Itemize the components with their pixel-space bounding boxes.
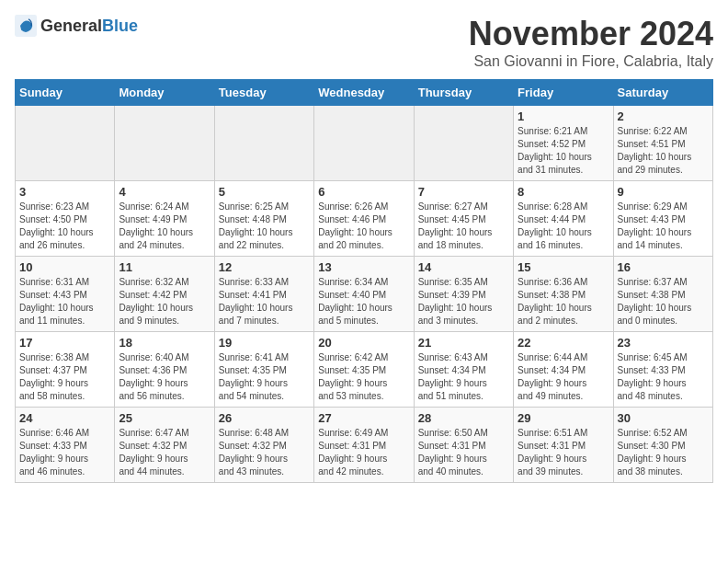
table-row: 23Sunrise: 6:45 AM Sunset: 4:33 PM Dayli…	[613, 332, 712, 408]
month-title: November 2024	[469, 15, 713, 53]
table-row: 17Sunrise: 6:38 AM Sunset: 4:37 PM Dayli…	[16, 332, 115, 408]
table-row: 20Sunrise: 6:42 AM Sunset: 4:35 PM Dayli…	[314, 332, 414, 408]
day-info: Sunrise: 6:21 AM Sunset: 4:52 PM Dayligh…	[518, 125, 609, 177]
day-number: 10	[19, 260, 110, 274]
table-row: 6Sunrise: 6:26 AM Sunset: 4:46 PM Daylig…	[314, 181, 414, 257]
table-row: 10Sunrise: 6:31 AM Sunset: 4:43 PM Dayli…	[16, 257, 115, 332]
day-info: Sunrise: 6:52 AM Sunset: 4:30 PM Dayligh…	[618, 427, 709, 478]
calendar-table: Sunday Monday Tuesday Wednesday Thursday…	[15, 79, 713, 483]
day-number: 27	[318, 411, 409, 425]
table-row	[414, 106, 513, 181]
header-saturday: Saturday	[613, 80, 712, 106]
table-row: 3Sunrise: 6:23 AM Sunset: 4:50 PM Daylig…	[16, 181, 115, 257]
day-number: 30	[618, 411, 709, 425]
header-sunday: Sunday	[16, 80, 115, 106]
day-info: Sunrise: 6:37 AM Sunset: 4:38 PM Dayligh…	[618, 276, 709, 327]
day-info: Sunrise: 6:28 AM Sunset: 4:44 PM Dayligh…	[518, 201, 609, 252]
table-row: 16Sunrise: 6:37 AM Sunset: 4:38 PM Dayli…	[613, 257, 712, 332]
day-info: Sunrise: 6:50 AM Sunset: 4:31 PM Dayligh…	[418, 427, 509, 478]
day-number: 2	[618, 109, 709, 123]
table-row: 22Sunrise: 6:44 AM Sunset: 4:34 PM Dayli…	[514, 332, 613, 408]
day-info: Sunrise: 6:33 AM Sunset: 4:41 PM Dayligh…	[219, 276, 310, 327]
day-info: Sunrise: 6:44 AM Sunset: 4:34 PM Dayligh…	[518, 351, 609, 403]
day-number: 23	[618, 336, 709, 350]
day-info: Sunrise: 6:29 AM Sunset: 4:43 PM Dayligh…	[618, 201, 709, 252]
table-row: 27Sunrise: 6:49 AM Sunset: 4:31 PM Dayli…	[314, 408, 414, 483]
day-number: 18	[119, 336, 210, 350]
day-info: Sunrise: 6:46 AM Sunset: 4:33 PM Dayligh…	[19, 427, 110, 478]
day-number: 25	[119, 411, 210, 425]
table-row	[16, 106, 115, 181]
day-info: Sunrise: 6:25 AM Sunset: 4:48 PM Dayligh…	[219, 201, 310, 252]
day-number: 11	[119, 260, 210, 274]
page-header: GeneralBlue November 2024 San Giovanni i…	[15, 15, 713, 70]
day-number: 21	[418, 336, 509, 350]
day-number: 12	[219, 260, 310, 274]
table-row: 30Sunrise: 6:52 AM Sunset: 4:30 PM Dayli…	[613, 408, 712, 483]
day-info: Sunrise: 6:40 AM Sunset: 4:36 PM Dayligh…	[119, 351, 210, 403]
table-row: 9Sunrise: 6:29 AM Sunset: 4:43 PM Daylig…	[613, 181, 712, 257]
header-wednesday: Wednesday	[314, 80, 414, 106]
table-row: 11Sunrise: 6:32 AM Sunset: 4:42 PM Dayli…	[115, 257, 214, 332]
day-number: 5	[219, 185, 310, 199]
day-info: Sunrise: 6:31 AM Sunset: 4:43 PM Dayligh…	[19, 276, 110, 327]
table-row: 29Sunrise: 6:51 AM Sunset: 4:31 PM Dayli…	[514, 408, 613, 483]
day-info: Sunrise: 6:42 AM Sunset: 4:35 PM Dayligh…	[318, 351, 409, 403]
calendar-header-row: Sunday Monday Tuesday Wednesday Thursday…	[16, 80, 713, 106]
table-row: 15Sunrise: 6:36 AM Sunset: 4:38 PM Dayli…	[514, 257, 613, 332]
table-row: 28Sunrise: 6:50 AM Sunset: 4:31 PM Dayli…	[414, 408, 513, 483]
table-row: 26Sunrise: 6:48 AM Sunset: 4:32 PM Dayli…	[214, 408, 313, 483]
day-number: 24	[19, 411, 110, 425]
day-info: Sunrise: 6:48 AM Sunset: 4:32 PM Dayligh…	[219, 427, 310, 478]
table-row: 12Sunrise: 6:33 AM Sunset: 4:41 PM Dayli…	[214, 257, 313, 332]
day-info: Sunrise: 6:49 AM Sunset: 4:31 PM Dayligh…	[318, 427, 409, 478]
table-row: 2Sunrise: 6:22 AM Sunset: 4:51 PM Daylig…	[613, 106, 712, 181]
day-info: Sunrise: 6:51 AM Sunset: 4:31 PM Dayligh…	[518, 427, 609, 478]
header-monday: Monday	[115, 80, 214, 106]
day-number: 22	[518, 336, 609, 350]
day-info: Sunrise: 6:32 AM Sunset: 4:42 PM Dayligh…	[119, 276, 210, 327]
day-info: Sunrise: 6:22 AM Sunset: 4:51 PM Dayligh…	[618, 125, 709, 177]
header-friday: Friday	[514, 80, 613, 106]
day-number: 4	[119, 185, 210, 199]
day-number: 13	[318, 260, 409, 274]
table-row: 25Sunrise: 6:47 AM Sunset: 4:32 PM Dayli…	[115, 408, 214, 483]
day-number: 8	[518, 185, 609, 199]
day-number: 26	[219, 411, 310, 425]
logo-text: GeneralBlue	[40, 17, 138, 36]
table-row: 19Sunrise: 6:41 AM Sunset: 4:35 PM Dayli…	[214, 332, 313, 408]
day-info: Sunrise: 6:26 AM Sunset: 4:46 PM Dayligh…	[318, 201, 409, 252]
day-number: 20	[318, 336, 409, 350]
week-row-2: 3Sunrise: 6:23 AM Sunset: 4:50 PM Daylig…	[16, 181, 713, 257]
week-row-4: 17Sunrise: 6:38 AM Sunset: 4:37 PM Dayli…	[16, 332, 713, 408]
header-tuesday: Tuesday	[214, 80, 313, 106]
day-info: Sunrise: 6:23 AM Sunset: 4:50 PM Dayligh…	[19, 201, 110, 252]
day-number: 9	[618, 185, 709, 199]
day-info: Sunrise: 6:38 AM Sunset: 4:37 PM Dayligh…	[19, 351, 110, 403]
day-number: 3	[19, 185, 110, 199]
table-row: 4Sunrise: 6:24 AM Sunset: 4:49 PM Daylig…	[115, 181, 214, 257]
day-number: 1	[518, 109, 609, 123]
table-row: 7Sunrise: 6:27 AM Sunset: 4:45 PM Daylig…	[414, 181, 513, 257]
table-row: 5Sunrise: 6:25 AM Sunset: 4:48 PM Daylig…	[214, 181, 313, 257]
day-number: 14	[418, 260, 509, 274]
day-info: Sunrise: 6:34 AM Sunset: 4:40 PM Dayligh…	[318, 276, 409, 327]
table-row: 14Sunrise: 6:35 AM Sunset: 4:39 PM Dayli…	[414, 257, 513, 332]
day-info: Sunrise: 6:45 AM Sunset: 4:33 PM Dayligh…	[618, 351, 709, 403]
logo-icon	[15, 15, 37, 37]
day-number: 29	[518, 411, 609, 425]
table-row: 1Sunrise: 6:21 AM Sunset: 4:52 PM Daylig…	[514, 106, 613, 181]
week-row-1: 1Sunrise: 6:21 AM Sunset: 4:52 PM Daylig…	[16, 106, 713, 181]
table-row: 18Sunrise: 6:40 AM Sunset: 4:36 PM Dayli…	[115, 332, 214, 408]
day-info: Sunrise: 6:24 AM Sunset: 4:49 PM Dayligh…	[119, 201, 210, 252]
day-number: 17	[19, 336, 110, 350]
day-number: 28	[418, 411, 509, 425]
day-info: Sunrise: 6:35 AM Sunset: 4:39 PM Dayligh…	[418, 276, 509, 327]
day-info: Sunrise: 6:47 AM Sunset: 4:32 PM Dayligh…	[119, 427, 210, 478]
day-number: 15	[518, 260, 609, 274]
week-row-5: 24Sunrise: 6:46 AM Sunset: 4:33 PM Dayli…	[16, 408, 713, 483]
day-number: 6	[318, 185, 409, 199]
day-number: 16	[618, 260, 709, 274]
table-row: 24Sunrise: 6:46 AM Sunset: 4:33 PM Dayli…	[16, 408, 115, 483]
day-info: Sunrise: 6:27 AM Sunset: 4:45 PM Dayligh…	[418, 201, 509, 252]
